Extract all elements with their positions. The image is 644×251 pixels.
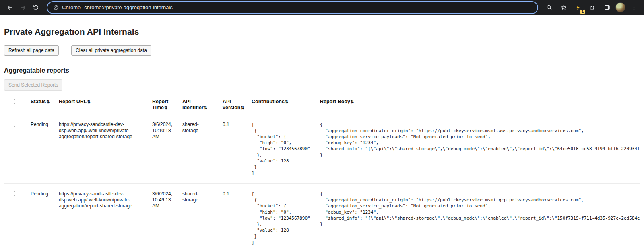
api-version-cell: 0.1 xyxy=(219,114,248,184)
reports-toolbar: Send Selected Reports xyxy=(4,79,640,91)
pinned-extension-button[interactable]: 1 xyxy=(572,2,584,14)
header-status[interactable]: Status⇅ xyxy=(27,95,55,114)
clear-all-button[interactable]: Clear all private aggregation data xyxy=(71,45,151,56)
section-title: Aggregatable reports xyxy=(4,67,640,74)
header-contributions[interactable]: Contributions⇅ xyxy=(248,95,316,114)
sort-icon[interactable]: ⇅ xyxy=(87,100,90,104)
contributions-cell: [ { "bucket": { "high": "0", "low": "123… xyxy=(248,114,316,184)
row-checkbox[interactable] xyxy=(14,191,19,196)
api-identifier-cell: shared-storage xyxy=(178,114,219,184)
chrome-page-chip: Chrome xyxy=(53,4,80,10)
header-api-version[interactable]: API version⇅ xyxy=(219,95,248,114)
report-time-cell: 3/6/2024, 10:49:13 AM xyxy=(148,184,178,251)
table-header-row: Status⇅ Report URL⇅ Report Time⇅ API ide… xyxy=(4,95,640,114)
header-api-identifier[interactable]: API identifier⇅ xyxy=(178,95,219,114)
header-report-body[interactable]: Report Body⇅ xyxy=(316,95,640,114)
report-url-cell: https://privacy-sandcastle-dev-dsp.web.a… xyxy=(55,114,148,184)
aggregatable-reports-table: Status⇅ Report URL⇅ Report Time⇅ API ide… xyxy=(4,95,640,251)
status-cell: Pending xyxy=(27,114,55,184)
api-version-cell: 0.1 xyxy=(219,184,248,251)
extension-badge: 1 xyxy=(580,9,585,15)
extensions-button[interactable] xyxy=(586,2,599,14)
search-icon xyxy=(546,4,553,11)
page-content: Private Aggregation API Internals Refres… xyxy=(0,27,644,251)
chrome-logo-icon xyxy=(53,4,59,10)
product-label: Chrome xyxy=(62,4,80,10)
api-identifier-cell: shared-storage xyxy=(178,184,219,251)
sort-icon[interactable]: ⇅ xyxy=(204,106,207,110)
browser-menu-button[interactable] xyxy=(628,2,640,14)
row-checkbox[interactable] xyxy=(14,122,19,127)
sort-icon[interactable]: ⇅ xyxy=(351,100,354,104)
page-actions: Refresh all page data Clear all private … xyxy=(4,45,640,56)
back-button[interactable] xyxy=(4,2,16,14)
status-cell: Pending xyxy=(27,184,55,251)
table-row: Pending https://privacy-sandcastle-dev-d… xyxy=(4,114,640,184)
report-body-cell: { "aggregation_coordinator_origin": "htt… xyxy=(316,184,640,251)
reload-icon xyxy=(32,4,39,11)
forward-arrow-icon xyxy=(19,4,27,11)
sort-icon[interactable]: ⇅ xyxy=(164,106,167,110)
report-body-cell: { "aggregation_coordinator_origin": "htt… xyxy=(316,114,640,184)
report-time-cell: 3/6/2024, 10:10:18 AM xyxy=(148,114,178,184)
toolbar-right-icons: 1 xyxy=(543,2,640,14)
profile-avatar[interactable] xyxy=(615,2,625,12)
contributions-cell: [ { "bucket": { "high": "0", "low": "123… xyxy=(248,184,316,251)
header-report-url[interactable]: Report URL⇅ xyxy=(55,95,148,114)
table-row: Pending https://privacy-sandcastle-dev-d… xyxy=(4,184,640,251)
address-bar[interactable]: Chrome chrome://private-aggregation-inte… xyxy=(47,2,537,13)
refresh-all-button[interactable]: Refresh all page data xyxy=(4,45,59,56)
report-url-cell: https://privacy-sandcastle-dev-dsp.web.a… xyxy=(55,184,148,251)
url-text: chrome://private-aggregation-internals xyxy=(84,4,173,10)
menu-dots-icon xyxy=(631,4,637,11)
side-panel-icon xyxy=(604,4,611,11)
forward-button[interactable] xyxy=(17,2,29,14)
reload-button[interactable] xyxy=(30,2,42,14)
sort-icon[interactable]: ⇅ xyxy=(46,100,50,104)
select-all-checkbox[interactable] xyxy=(14,99,19,104)
browser-toolbar: Chrome chrome://private-aggregation-inte… xyxy=(0,0,644,15)
send-selected-reports-button[interactable]: Send Selected Reports xyxy=(4,79,62,91)
header-report-time[interactable]: Report Time⇅ xyxy=(148,95,178,114)
extensions-puzzle-icon xyxy=(589,4,596,11)
bookmark-button[interactable] xyxy=(557,2,570,14)
search-button[interactable] xyxy=(543,2,555,14)
sort-icon[interactable]: ⇅ xyxy=(241,106,244,110)
side-panel-button[interactable] xyxy=(601,2,613,14)
back-arrow-icon xyxy=(6,4,14,11)
star-icon xyxy=(560,4,567,11)
page-title: Private Aggregation API Internals xyxy=(4,27,640,37)
sort-icon[interactable]: ⇅ xyxy=(285,100,288,104)
